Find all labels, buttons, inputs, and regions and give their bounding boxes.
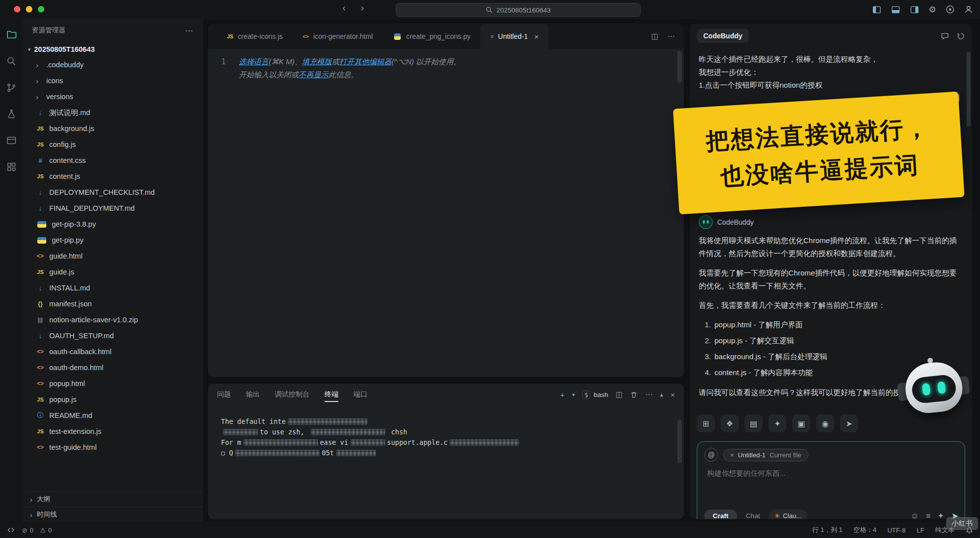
file-row[interactable]: <> guide.html bbox=[23, 248, 203, 264]
file-row[interactable]: ⓘ README.md bbox=[23, 407, 203, 423]
explorer-more-actions-icon[interactable]: ⋯ bbox=[185, 26, 193, 35]
file-row[interactable]: ↓ OAUTH_SETUP.md bbox=[23, 328, 203, 344]
close-window-button[interactable] bbox=[14, 6, 20, 12]
outline-section[interactable]: › 大纲 bbox=[23, 491, 203, 507]
command-center-search[interactable]: 20250805t160643 bbox=[396, 3, 641, 17]
context-file-chip[interactable]: × Untitled-1 Current file bbox=[723, 449, 808, 461]
editor-tab[interactable]: <> icon-generator.html bbox=[293, 24, 383, 49]
feedback-icon[interactable] bbox=[941, 32, 949, 40]
terminal-dropdown-icon[interactable]: ▾ bbox=[572, 392, 575, 398]
file-row[interactable]: {} manifest.json bbox=[23, 296, 203, 312]
panel-more-actions-icon[interactable]: ⋯ bbox=[645, 390, 653, 399]
gallery-icon[interactable]: ▣ bbox=[792, 414, 810, 432]
editor-tab[interactable]: ≡ Untitled-1 × bbox=[480, 24, 548, 49]
file-row[interactable]: JS test-extension.js bbox=[23, 423, 203, 439]
timeline-section[interactable]: › 时间线 bbox=[23, 507, 203, 522]
file-row[interactable]: › .codebuddy bbox=[23, 57, 203, 73]
mention-button[interactable]: @ bbox=[704, 448, 718, 462]
assistant-icon[interactable] bbox=[946, 5, 955, 14]
toggle-panel-icon[interactable] bbox=[891, 5, 900, 14]
file-row[interactable]: ↓ INSTALL.md bbox=[23, 280, 203, 296]
split-terminal-icon[interactable]: ◫ bbox=[616, 390, 623, 399]
file-row[interactable]: ↓ FINAL_DEPLOYMENT.md bbox=[23, 200, 203, 216]
file-row[interactable]: › icons bbox=[23, 73, 203, 89]
sparkle-icon[interactable]: ✦ bbox=[768, 414, 786, 432]
panel-tab[interactable]: 问题 bbox=[217, 384, 231, 405]
split-editor-icon[interactable]: ◫ bbox=[652, 32, 658, 41]
file-row[interactable]: JS background.js bbox=[23, 121, 203, 136]
history-icon[interactable] bbox=[957, 32, 965, 40]
workflow-icon[interactable]: ❖ bbox=[721, 414, 739, 432]
editor-more-actions-icon[interactable]: ⋯ bbox=[667, 32, 675, 41]
file-row[interactable]: <> oauth-demo.html bbox=[23, 360, 203, 376]
hint-link[interactable]: 选择语言 bbox=[239, 57, 269, 66]
apps-grid-icon[interactable]: ⊞ bbox=[697, 414, 715, 432]
file-row[interactable]: get-pip.py bbox=[23, 232, 203, 248]
file-row[interactable]: ↓ 测试说明.md bbox=[23, 105, 203, 121]
activity-search-icon[interactable] bbox=[6, 56, 17, 69]
file-row[interactable]: <> oauth-callback.html bbox=[23, 344, 203, 360]
toggle-sidebar-icon[interactable] bbox=[872, 5, 881, 14]
close-tab-icon[interactable]: × bbox=[534, 32, 539, 41]
hint-link[interactable]: 填充模版 bbox=[302, 57, 332, 66]
activity-extensions-icon[interactable] bbox=[6, 161, 17, 174]
emoji-icon[interactable]: ☺ bbox=[911, 512, 919, 520]
panel-tab[interactable]: 输出 bbox=[246, 384, 260, 405]
task-list-icon[interactable]: ≡ bbox=[926, 512, 930, 520]
kill-terminal-icon[interactable] bbox=[630, 391, 638, 399]
activity-debug-icon[interactable] bbox=[6, 109, 17, 122]
codebuddy-title[interactable]: CodeBuddy bbox=[697, 29, 749, 43]
rocket-icon[interactable]: ➤ bbox=[840, 414, 858, 432]
hint-link[interactable]: 打开其他编辑器 bbox=[339, 57, 392, 66]
explorer-root-folder[interactable]: ▾ 20250805T160643 bbox=[23, 42, 203, 57]
activity-source-control-icon[interactable] bbox=[6, 82, 17, 95]
toggle-secondary-sidebar-icon[interactable] bbox=[910, 5, 919, 14]
panel-scrollbar[interactable] bbox=[677, 419, 682, 463]
problems-errors[interactable]: ⊘ 0 ⚠ 0 bbox=[22, 527, 52, 534]
activity-explorer-icon[interactable] bbox=[6, 29, 17, 42]
remote-indicator-icon[interactable] bbox=[7, 526, 15, 534]
editor-scrollbar[interactable] bbox=[677, 51, 682, 83]
file-row[interactable]: <> popup.html bbox=[23, 376, 203, 392]
file-row[interactable]: ▤ notion-article-saver-v1.0.zip bbox=[23, 312, 203, 328]
file-row[interactable]: # content.css bbox=[23, 152, 203, 168]
panel-tab[interactable]: 调试控制台 bbox=[275, 384, 310, 405]
file-row[interactable]: get-pip-3.8.py bbox=[23, 216, 203, 232]
account-icon[interactable] bbox=[964, 5, 973, 14]
terminal-instance[interactable]: $ bash bbox=[582, 391, 608, 399]
new-terminal-icon[interactable]: + bbox=[560, 391, 565, 399]
hint-link[interactable]: 不再显示 bbox=[299, 70, 328, 79]
file-row[interactable]: JS popup.js bbox=[23, 392, 203, 407]
editor-tab[interactable]: JS create-icons.js bbox=[217, 24, 293, 49]
file-row[interactable]: JS guide.js bbox=[23, 264, 203, 280]
maximize-panel-icon[interactable]: ▴ bbox=[660, 391, 663, 398]
editor-tab[interactable]: create_png_icons.py bbox=[383, 24, 480, 49]
cards-icon[interactable]: ▤ bbox=[745, 414, 762, 432]
activity-remote-icon[interactable] bbox=[6, 135, 17, 148]
model-selector[interactable]: ✳ Clau... bbox=[769, 510, 807, 519]
maximize-window-button[interactable] bbox=[38, 6, 44, 12]
panel-tab[interactable]: 终端 bbox=[325, 384, 338, 405]
enhance-prompt-icon[interactable]: ✦ bbox=[938, 511, 944, 519]
minimize-window-button[interactable] bbox=[26, 6, 32, 12]
chat-input[interactable]: 构建你想要的任何东西... bbox=[707, 469, 958, 478]
close-panel-icon[interactable]: × bbox=[670, 391, 675, 399]
eol-sequence[interactable]: LF bbox=[917, 527, 924, 534]
indentation[interactable]: 空格：4 bbox=[854, 526, 876, 535]
encoding[interactable]: UTF-8 bbox=[887, 527, 906, 534]
eye-icon[interactable]: ◉ bbox=[816, 414, 834, 432]
craft-mode-button[interactable]: Craft bbox=[704, 510, 737, 519]
file-row[interactable]: ↓ DEPLOYMENT_CHECKLIST.md bbox=[23, 184, 203, 200]
settings-gear-icon[interactable]: ⚙ bbox=[929, 5, 936, 14]
file-row[interactable]: › versions bbox=[23, 89, 203, 105]
file-row[interactable]: JS content.js bbox=[23, 168, 203, 184]
nav-back-icon[interactable]: ‹ bbox=[342, 2, 346, 13]
remove-context-icon[interactable]: × bbox=[730, 451, 734, 459]
nav-forward-icon[interactable]: › bbox=[361, 2, 364, 13]
file-row[interactable]: <> test-guide.html bbox=[23, 439, 203, 455]
panel-tab[interactable]: 端口 bbox=[353, 384, 367, 405]
file-row[interactable]: JS config.js bbox=[23, 136, 203, 152]
chat-mode-button[interactable]: Chat bbox=[742, 510, 764, 519]
editor-content[interactable]: 1 选择语言(⌘K M)、填充模版或打开其他编辑器(^⌥N) 以开始使用。 开始… bbox=[208, 49, 684, 81]
cursor-position[interactable]: 行 1，列 1 bbox=[812, 526, 843, 535]
